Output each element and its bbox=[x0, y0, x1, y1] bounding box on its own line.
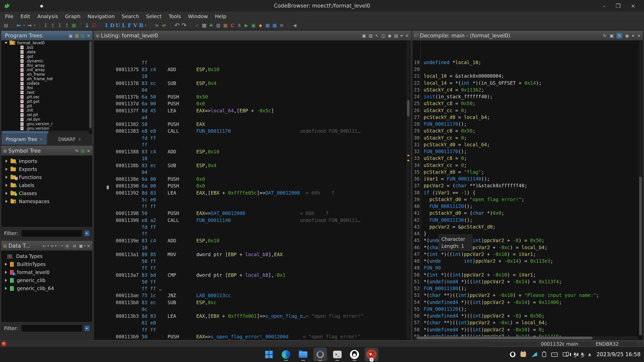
code-line[interactable]: ppcVar2 = (char **)&stack0xffffff40; bbox=[424, 182, 599, 189]
code-line[interactable]: FUN_00011170(); bbox=[424, 148, 599, 155]
program-tree-vscrollbar[interactable] bbox=[89, 41, 92, 130]
listing-row[interactable]: 000113b0 83 ec SUB ESP,0xc bbox=[116, 299, 363, 306]
code-line[interactable]: *(int *)((int)ppcVar2 + -0x10) = iVar1; bbox=[424, 272, 599, 278]
listing-row[interactable]: a4 bbox=[116, 114, 363, 121]
listing-row[interactable]: 00011388 83 c4 ADD ESP,0x10 bbox=[116, 148, 363, 155]
tray-devices-icon[interactable] bbox=[563, 352, 568, 356]
filmstrip-icon[interactable]: ▥ bbox=[215, 22, 222, 29]
filter-pointers-icon[interactable]: ⊘ bbox=[71, 243, 77, 249]
close-panel-icon[interactable]: × bbox=[87, 243, 90, 248]
filter-icon[interactable]: ▸ bbox=[85, 326, 90, 331]
redo-icon[interactable]: ↷ bbox=[181, 22, 187, 29]
start-button[interactable] bbox=[262, 348, 276, 361]
listing-row[interactable]: 0001137f 8d 45 LEA EAX=>local_64,[EBP + … bbox=[116, 107, 363, 114]
program-tree-item[interactable]: .bss bbox=[2, 45, 89, 50]
listing-row[interactable]: 00011392 8d 83 LEA EAX,[EBX + 0xffffe05c… bbox=[116, 190, 363, 196]
tab-dwarf[interactable]: DWARF × bbox=[47, 134, 93, 145]
minimize-button[interactable]: – bbox=[603, 3, 606, 9]
code-line[interactable]: *(unde int)ppcVar2 + -0x14) = 0x113e3; bbox=[424, 258, 599, 264]
code-line[interactable]: undefined *local_10; bbox=[424, 59, 599, 66]
expand-chevron-icon[interactable] bbox=[6, 168, 8, 171]
code-line[interactable]: *(int *)((int)ppcVar2 + -0x10) = iVar1; bbox=[424, 251, 599, 258]
program-tree-item[interactable]: .init bbox=[2, 108, 89, 113]
close-button[interactable]: × bbox=[631, 3, 635, 9]
menu-navigation[interactable]: Navigation bbox=[84, 12, 118, 21]
goto-table-icon[interactable]: ▤ bbox=[81, 148, 85, 153]
listing-row[interactable]: 50 ff bbox=[116, 258, 363, 265]
separator[interactable] bbox=[10, 23, 13, 28]
expand-chevron-icon[interactable] bbox=[5, 263, 7, 266]
data-type-item[interactable]: ✓ format_level0 bbox=[2, 268, 92, 276]
symbol-tree-item[interactable]: C Classes bbox=[2, 189, 92, 197]
code-line[interactable]: uStackY_c4 = 0x11362; bbox=[424, 86, 599, 93]
program-tree-item[interactable]: .data bbox=[2, 50, 89, 54]
code-line[interactable]: pcStackY_d0 = local_64; bbox=[424, 141, 599, 148]
separator[interactable] bbox=[98, 23, 101, 28]
memory-blocks-icon[interactable]: ▦ bbox=[222, 22, 229, 29]
code-line[interactable]: ppcVar2 = &pcStackY_d0; bbox=[424, 223, 599, 230]
data-type-filter-input[interactable] bbox=[21, 325, 83, 332]
listing-row[interactable]: ff ff … bbox=[116, 285, 363, 292]
tray-expand-chevron-icon[interactable]: ∧ bbox=[588, 352, 592, 357]
program-tree-item[interactable]: .plt.sec bbox=[2, 95, 89, 99]
book-icon[interactable]: ▤ bbox=[394, 33, 398, 38]
qq-taskbar-button[interactable] bbox=[348, 348, 361, 361]
maximize-button[interactable]: ❐ bbox=[616, 3, 621, 9]
byte-source-icon[interactable]: ▦ bbox=[70, 22, 77, 29]
code-line[interactable]: uStackY_cc = 0; bbox=[424, 162, 599, 169]
into-function-icon[interactable]: ↥ bbox=[49, 22, 56, 29]
prev-data-icon[interactable]: ↧ bbox=[56, 22, 63, 29]
listing-row[interactable]: 000113a1 89 85 MOV dword ptr [EBP + loca… bbox=[116, 251, 363, 258]
listing-row[interactable]: 04 bbox=[116, 87, 363, 94]
forward-icon[interactable]: → bbox=[26, 22, 33, 29]
code-line[interactable] bbox=[424, 66, 599, 73]
remote-app-taskbar-button[interactable] bbox=[313, 348, 327, 361]
data-type-item[interactable]: Data Types bbox=[2, 252, 92, 260]
listing-row[interactable]: 0001139e 83 c4 ADD ESP,0x10 bbox=[116, 237, 363, 244]
listing-row[interactable]: ff bbox=[116, 231, 363, 237]
page-flip-icon[interactable]: ⇋ bbox=[153, 22, 160, 29]
listing-row[interactable]: 000113b9 50 PUSH EAX=>s_open_flag_error!… bbox=[116, 333, 363, 340]
program-tree-item[interactable]: .eh_frame_hdr bbox=[2, 77, 89, 81]
code-line[interactable]: uStackY_c8 = 0; bbox=[424, 155, 599, 162]
table-add-icon[interactable]: ▦ bbox=[271, 22, 278, 29]
undefined-button[interactable]: U bbox=[115, 22, 121, 29]
window-icon[interactable]: ▣ bbox=[79, 243, 83, 248]
close-panel-icon[interactable]: × bbox=[87, 148, 90, 153]
explorer-taskbar-button[interactable] bbox=[296, 348, 310, 361]
tray-swoosh-icon[interactable] bbox=[531, 352, 537, 357]
code-line[interactable]: uStackY_c8 = 0x50; bbox=[424, 127, 599, 134]
window-dropdown-icon[interactable]: ▾ bbox=[84, 244, 86, 247]
call-tree-icon[interactable]: ⋔ bbox=[236, 22, 243, 29]
expand-chevron-icon[interactable] bbox=[5, 279, 7, 282]
program-tree-item[interactable]: .rel.dyn bbox=[2, 117, 89, 122]
menu-select[interactable]: Select bbox=[143, 12, 165, 21]
save-icon[interactable]: ▤ bbox=[3, 22, 9, 29]
listing-row[interactable]: 50 ff bbox=[116, 279, 363, 285]
code-line[interactable]: FUN_00011180(); bbox=[424, 285, 599, 292]
forward-icon[interactable]: → bbox=[50, 243, 54, 248]
code-line[interactable]: uStackY_cc = 0; bbox=[424, 107, 599, 114]
clear-code-icon[interactable]: C bbox=[229, 22, 236, 29]
code-line[interactable]: *(undefined4 *)((int)ppcVar2 + -0x10) = … bbox=[424, 326, 599, 333]
code-line[interactable]: pcStackY_d0 = (char *)0x0; bbox=[424, 210, 599, 216]
code-line[interactable]: *(undefined4 *)((int)ppcVar2 + -0x14) = … bbox=[424, 278, 599, 285]
decompile-hscrollbar[interactable] bbox=[414, 336, 638, 340]
listing-row[interactable]: 0001138e 6a 00 PUSH 0x0 bbox=[116, 176, 363, 183]
dropdown-icon[interactable]: ▾ bbox=[632, 33, 634, 38]
new-tree-icon[interactable]: ▣ bbox=[69, 33, 73, 38]
program-tree-item[interactable]: .rodata bbox=[2, 81, 89, 86]
listing-row[interactable]: 000113a7 83 bd CMP dword ptr [EBP + loca… bbox=[116, 272, 363, 279]
edit-icon[interactable]: ✎ bbox=[617, 33, 622, 38]
program-tree-item[interactable]: .init_array bbox=[2, 68, 89, 72]
code-line[interactable]: *(undefined4 *)((int)ppcVar2 + -0x14) = … bbox=[424, 299, 599, 306]
program-tree-item[interactable]: .text bbox=[2, 90, 89, 95]
listing-view[interactable]: ff00011375 83 c4 ADD ESP,0x10 1000011378… bbox=[94, 40, 411, 340]
program-tree-item[interactable]: .rel.plt bbox=[2, 113, 89, 117]
decompile-view[interactable]: 1920212223242526272829303132333435363738… bbox=[413, 40, 642, 340]
listing-row[interactable]: ff bbox=[116, 59, 363, 66]
menu-edit[interactable]: Edit bbox=[17, 12, 34, 21]
symbol-tree-item[interactable]: f Functions bbox=[2, 173, 92, 181]
forward-dropdown-icon[interactable]: ▾ bbox=[33, 22, 36, 29]
separator[interactable] bbox=[188, 23, 191, 28]
